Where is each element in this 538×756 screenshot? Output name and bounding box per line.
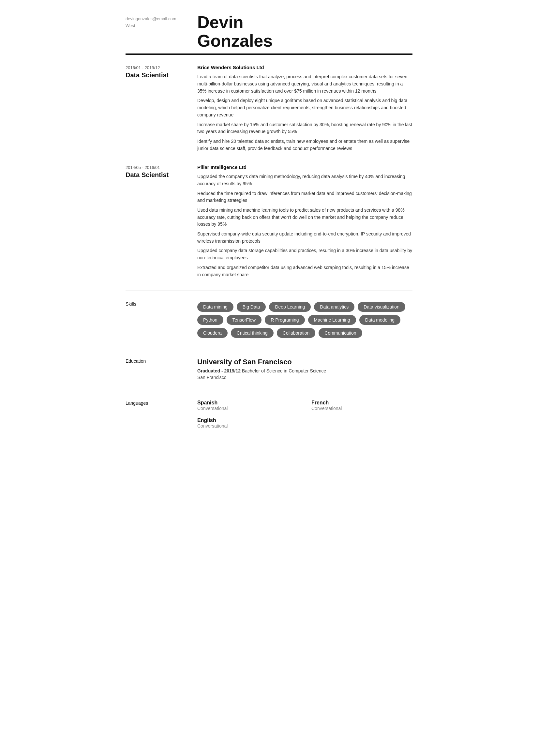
education-degree: Graduated - 2019/12 Bachelor of Science … — [197, 368, 412, 373]
education-content: University of San Francisco Graduated - … — [197, 358, 412, 380]
list-item: Upgraded company data storage capabiliti… — [197, 247, 412, 261]
skill-tag: Big Data — [237, 302, 266, 312]
language-level: Conversational — [197, 423, 298, 429]
language-name: Spanish — [197, 400, 298, 406]
languages-label: Languages — [126, 400, 197, 406]
skill-tag: R Programing — [265, 315, 304, 325]
header-name: Devin Gonzales — [197, 13, 412, 50]
header: devingonzales@email.com West Devin Gonza… — [126, 13, 412, 50]
experience-1-content: Brice Wenders Solutions Ltd Lead a team … — [197, 65, 412, 155]
skill-tag: Collaboration — [277, 328, 316, 338]
language-name: French — [311, 400, 412, 406]
full-name: Devin Gonzales — [197, 13, 412, 50]
experience-2-label: 2014/05 - 2016/01 Data Scientist — [126, 164, 197, 179]
language-spanish: Spanish Conversational — [197, 400, 298, 411]
languages-heading: Languages — [126, 401, 197, 406]
list-item: Reduced the time required to draw infere… — [197, 190, 412, 204]
education-label: Education — [126, 358, 197, 364]
list-item: Develop, design and deploy eight unique … — [197, 97, 412, 118]
skill-tag: Critical thinking — [231, 328, 274, 338]
language-level: Conversational — [311, 406, 412, 411]
skill-tag: Python — [197, 315, 223, 325]
experience-2-date: 2014/05 - 2016/01 — [126, 165, 197, 170]
skill-tag: Data visualization — [358, 302, 405, 312]
skill-tag: Data analytics — [314, 302, 354, 312]
skill-tag: Machine Learning — [308, 315, 356, 325]
list-item: Increase market share by 15% and custome… — [197, 121, 412, 135]
skill-tag: Deep Learning — [269, 302, 311, 312]
education-location: San Francisco — [197, 375, 412, 380]
skills-label: Skills — [126, 301, 197, 306]
skills-tags: Data mining Big Data Deep Learning Data … — [197, 302, 412, 338]
list-item: Supervised company-wide data security up… — [197, 231, 412, 244]
list-item: Used data mining and machine learning to… — [197, 207, 412, 228]
degree-text: Bachelor of Science in Computer Science — [242, 368, 326, 373]
language-english: English Conversational — [197, 417, 298, 429]
language-french: French Conversational — [311, 400, 412, 411]
experience-2-company: Pillar Intelligence Ltd — [197, 164, 412, 170]
experience-1: 2016/01 - 2019/12 Data Scientist Brice W… — [126, 65, 412, 155]
skill-tag: Communication — [319, 328, 362, 338]
location: West — [126, 23, 197, 29]
languages-section: Languages Spanish Conversational French … — [126, 400, 412, 429]
header-contact: devingonzales@email.com West — [126, 13, 197, 29]
language-name: English — [197, 417, 298, 423]
list-item: Identify and hire 20 talented data scien… — [197, 138, 412, 152]
education-divider — [126, 348, 412, 348]
university-name: University of San Francisco — [197, 358, 412, 366]
experience-1-bullets: Lead a team of data scientists that anal… — [197, 74, 412, 152]
experience-2: 2014/05 - 2016/01 Data Scientist Pillar … — [126, 164, 412, 281]
languages-content: Spanish Conversational French Conversati… — [197, 400, 412, 429]
skills-content: Data mining Big Data Deep Learning Data … — [197, 301, 412, 338]
skill-tag: TensorFlow — [227, 315, 262, 325]
list-item: Extracted and organized competitor data … — [197, 264, 412, 278]
language-level: Conversational — [197, 406, 298, 411]
education-section: Education University of San Francisco Gr… — [126, 358, 412, 380]
experience-1-title: Data Scientist — [126, 72, 197, 79]
skill-tag: Data mining — [197, 302, 234, 312]
graduated-label: Graduated - 2019/12 — [197, 368, 241, 373]
skill-tag: Data modeling — [359, 315, 401, 325]
skills-heading: Skills — [126, 301, 197, 306]
skills-section: Skills Data mining Big Data Deep Learnin… — [126, 301, 412, 338]
skills-divider — [126, 291, 412, 291]
languages-divider — [126, 390, 412, 390]
skill-tag: Cloudera — [197, 328, 228, 338]
education-heading: Education — [126, 358, 197, 364]
experience-2-title: Data Scientist — [126, 171, 197, 179]
languages-grid: Spanish Conversational French Conversati… — [197, 400, 412, 429]
experience-1-label: 2016/01 - 2019/12 Data Scientist — [126, 65, 197, 79]
experience-2-bullets: Upgraded the company's data mining metho… — [197, 173, 412, 278]
list-item: Upgraded the company's data mining metho… — [197, 173, 412, 187]
email: devingonzales@email.com — [126, 16, 197, 23]
experience-1-company: Brice Wenders Solutions Ltd — [197, 65, 412, 70]
experience-1-date: 2016/01 - 2019/12 — [126, 65, 197, 70]
experience-2-content: Pillar Intelligence Ltd Upgraded the com… — [197, 164, 412, 281]
header-divider — [126, 53, 412, 55]
list-item: Lead a team of data scientists that anal… — [197, 74, 412, 94]
